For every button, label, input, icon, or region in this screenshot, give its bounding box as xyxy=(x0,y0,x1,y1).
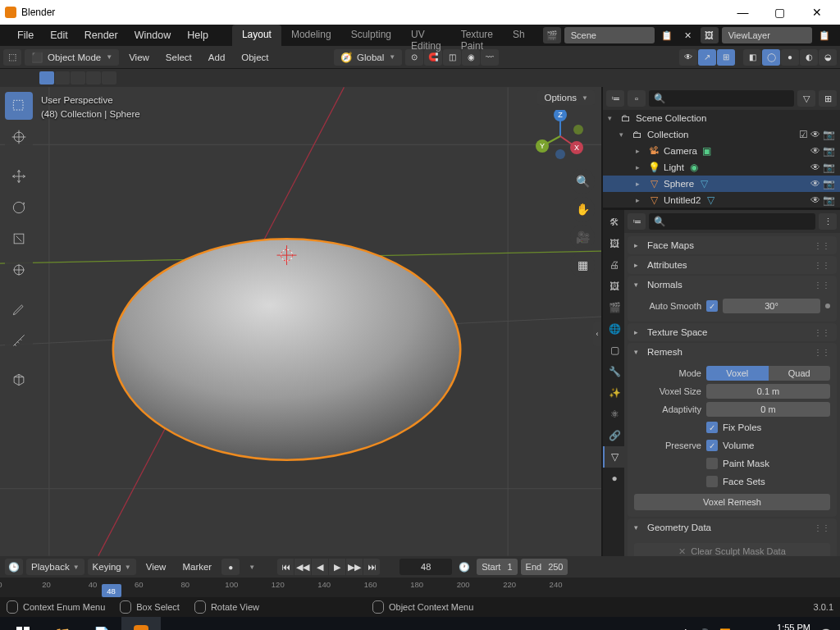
outliner-item-sphere[interactable]: ▸ ▽ Sphere ▽ 👁📷 xyxy=(603,176,840,192)
editor-type-icon[interactable]: ⬚ xyxy=(3,49,21,66)
tab-uv-editing[interactable]: UV Editing xyxy=(401,25,451,46)
start-frame-field[interactable]: Start1 xyxy=(477,559,517,575)
outliner-editor-icon[interactable]: ≔ xyxy=(606,90,624,107)
prev-key-icon[interactable]: ◀◀ xyxy=(294,559,311,575)
tab-particles-icon[interactable]: ✨ xyxy=(603,382,624,404)
next-key-icon[interactable]: ▶▶ xyxy=(346,559,363,575)
playhead[interactable]: 48 xyxy=(102,584,121,597)
camera-icon[interactable]: 📷 xyxy=(823,162,835,173)
keyframe-dot-icon[interactable] xyxy=(825,304,830,308)
timeline-editor-icon[interactable]: 🕒 xyxy=(5,559,23,575)
eye-icon[interactable]: 👁 xyxy=(810,178,820,189)
timeline-marker[interactable]: Marker xyxy=(176,560,218,573)
play-icon[interactable]: ▶ xyxy=(329,559,345,575)
timeline-ruler[interactable]: 02040486080100120140160180200220240 xyxy=(0,578,840,597)
proportional-type-icon[interactable]: 〰 xyxy=(481,49,499,66)
adaptivity-field[interactable]: 0 m xyxy=(706,402,830,417)
selmode-5[interactable] xyxy=(102,71,116,84)
tab-render-icon[interactable]: 🖼 xyxy=(603,233,624,254)
maximize-button[interactable]: ▢ xyxy=(761,0,798,25)
panel-header-attributes[interactable]: ▸Attributes⋮⋮ xyxy=(628,256,837,274)
camera-icon[interactable]: 📷 xyxy=(823,145,835,157)
tab-modeling[interactable]: Modeling xyxy=(281,25,341,46)
disclosure-icon[interactable]: ▾ xyxy=(608,114,616,122)
eye-icon[interactable]: 👁 xyxy=(810,145,820,157)
clock[interactable]: 1:55 PM 6/24/2022 xyxy=(770,623,810,630)
header-object[interactable]: Object xyxy=(235,51,275,64)
disclosure-icon[interactable]: ▸ xyxy=(636,180,644,188)
voxel-size-field[interactable]: 0.1 m xyxy=(706,384,830,399)
n-panel-toggle[interactable]: ‹ xyxy=(593,322,601,346)
viewport-3d[interactable]: User Perspective (48) Collection | Spher… xyxy=(0,87,602,556)
preserve-face-sets-checkbox[interactable] xyxy=(706,476,718,487)
shading-solid[interactable]: ● xyxy=(781,49,799,66)
props-options-icon[interactable]: ⋮ xyxy=(819,213,837,230)
drag-icon[interactable]: ⋮⋮ xyxy=(814,261,830,270)
checkbox-icon[interactable]: ☑ xyxy=(799,129,808,140)
drag-icon[interactable]: ⋮⋮ xyxy=(814,348,830,357)
menu-render[interactable]: Render xyxy=(77,27,126,43)
properties-search[interactable]: 🔍 xyxy=(649,213,815,230)
camera-view-icon[interactable]: 🎥 xyxy=(570,225,595,249)
gizmo-toggle[interactable]: ↗ xyxy=(698,49,716,66)
mode-select[interactable]: ⬛ Object Mode ▼ xyxy=(25,49,119,66)
outliner-new-collection-icon[interactable]: ⊞ xyxy=(819,90,837,107)
snap-target-icon[interactable]: ◫ xyxy=(443,49,461,66)
tab-scene-icon[interactable]: 🎬 xyxy=(603,297,624,318)
tab-constraints-icon[interactable]: 🔗 xyxy=(603,425,624,446)
tab-viewlayer-icon[interactable]: 🖼 xyxy=(603,276,624,297)
eye-icon[interactable]: 👁 xyxy=(810,194,820,206)
orientation-select[interactable]: 🧭 Global ▼ xyxy=(334,49,402,66)
tab-modifiers-icon[interactable]: 🔧 xyxy=(603,361,624,382)
tool-scale[interactable] xyxy=(5,225,33,253)
tool-transform[interactable] xyxy=(5,256,33,284)
file-explorer-icon[interactable]: 📁 xyxy=(43,617,82,630)
viewlayer-delete-icon[interactable]: ✕ xyxy=(837,27,840,43)
shading-wireframe[interactable]: ◯ xyxy=(762,49,780,66)
tab-output-icon[interactable]: 🖨 xyxy=(603,254,624,276)
outliner-filter-icon[interactable]: ▽ xyxy=(797,90,815,107)
tab-object-icon[interactable]: ▢ xyxy=(603,340,624,361)
header-view[interactable]: View xyxy=(122,51,156,64)
tab-world-icon[interactable]: 🌐 xyxy=(603,318,624,340)
nav-gizmo[interactable]: Z Y X xyxy=(534,110,587,162)
outliner-scene-collection[interactable]: ▾ 🗀 Scene Collection xyxy=(603,110,840,126)
pan-icon[interactable]: ✋ xyxy=(570,197,595,221)
timeline-view[interactable]: View xyxy=(139,560,173,573)
viewlayer-new-icon[interactable]: 📋 xyxy=(815,27,833,43)
camera-icon[interactable]: 📷 xyxy=(823,194,835,206)
selmode-2[interactable] xyxy=(55,71,70,84)
start-button[interactable] xyxy=(3,617,43,630)
viewlayer-browse-icon[interactable]: 🖼 xyxy=(701,27,719,43)
disclosure-icon[interactable]: ▸ xyxy=(636,147,644,155)
preserve-volume-checkbox[interactable]: ✓ xyxy=(706,440,718,451)
shading-rendered[interactable]: ◒ xyxy=(819,49,837,66)
menu-file[interactable]: File xyxy=(10,27,41,43)
tab-shading[interactable]: Sh xyxy=(503,25,535,46)
disclosure-icon[interactable]: ▸ xyxy=(636,196,644,204)
jump-end-icon[interactable]: ⏭ xyxy=(363,559,380,575)
notepad-icon[interactable]: 📄 xyxy=(82,617,121,630)
zoom-icon[interactable]: 🔍 xyxy=(570,169,595,194)
tab-data-icon[interactable]: ▽ xyxy=(603,446,624,468)
mode-voxel[interactable]: Voxel xyxy=(706,366,769,381)
header-add[interactable]: Add xyxy=(202,51,231,64)
panel-header-normals[interactable]: ▾Normals⋮⋮ xyxy=(628,276,837,294)
current-frame-field[interactable]: 48 xyxy=(399,559,452,575)
outliner-search[interactable]: 🔍 xyxy=(649,90,794,107)
menu-edit[interactable]: Edit xyxy=(43,27,75,43)
tool-rotate[interactable] xyxy=(5,194,33,221)
drag-icon[interactable]: ⋮⋮ xyxy=(814,328,830,337)
tab-material-icon[interactable]: ● xyxy=(603,468,624,489)
header-select[interactable]: Select xyxy=(159,51,199,64)
blender-taskbar-icon[interactable] xyxy=(121,617,161,630)
xray-toggle[interactable]: ◧ xyxy=(743,49,761,66)
outliner-item-camera[interactable]: ▸ 📽 Camera ▣ 👁📷 xyxy=(603,143,840,159)
keying-menu[interactable]: Keying▼ xyxy=(88,559,136,575)
eye-icon[interactable]: 👁 xyxy=(810,162,820,173)
scene-name-field[interactable]: Scene xyxy=(564,27,655,43)
menu-window[interactable]: Window xyxy=(127,27,178,43)
shading-material[interactable]: ◐ xyxy=(800,49,818,66)
playback-menu[interactable]: Playback▼ xyxy=(26,559,84,575)
viewport-options[interactable]: Options ▼ xyxy=(537,90,595,105)
